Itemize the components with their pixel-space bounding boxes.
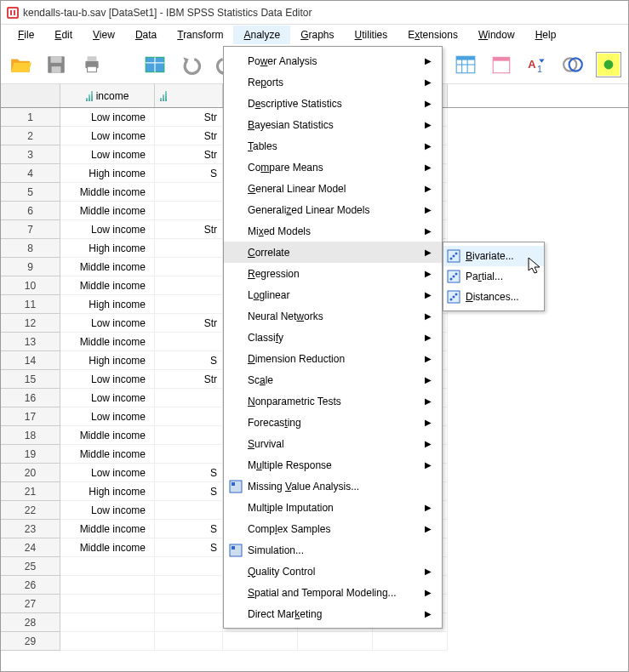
cell-income[interactable]: High income <box>60 239 155 258</box>
col-header-income[interactable]: income <box>60 84 155 107</box>
cell-col2[interactable] <box>155 258 223 276</box>
cell-col2[interactable] <box>155 557 223 576</box>
data-icon[interactable] <box>142 52 168 77</box>
menu-file[interactable]: File <box>8 26 44 44</box>
cell-income[interactable]: High income <box>60 295 155 314</box>
cell-income[interactable]: High income <box>60 351 155 370</box>
cell-income[interactable] <box>60 632 155 651</box>
save-icon[interactable] <box>43 52 69 77</box>
cell-col2[interactable]: Str <box>155 145 223 164</box>
analyze-menu-item[interactable]: Generalized Linear Models▶ <box>224 199 442 220</box>
grid-icon[interactable] <box>453 52 478 77</box>
row-number[interactable]: 27 <box>1 595 60 613</box>
row-number[interactable]: 19 <box>1 445 60 464</box>
cell-income[interactable]: Low income <box>60 501 155 520</box>
cell-income[interactable]: Middle income <box>60 426 155 445</box>
cell-empty[interactable] <box>223 632 298 651</box>
cell-col2[interactable] <box>155 632 223 651</box>
cell-income[interactable]: High income <box>60 164 155 183</box>
target-icon[interactable] <box>596 52 621 77</box>
cell-income[interactable]: Low income <box>60 464 155 482</box>
row-number[interactable]: 26 <box>1 576 60 595</box>
correlate-submenu-item[interactable]: Bivariate... <box>443 246 544 266</box>
cell-col2[interactable]: Str <box>155 314 223 333</box>
cell-col2[interactable] <box>155 333 223 351</box>
analyze-menu-item[interactable]: Missing Value Analysis... <box>224 476 442 497</box>
row-number[interactable]: 7 <box>1 220 60 239</box>
analyze-menu-item[interactable]: Quality Control▶ <box>224 561 442 582</box>
menu-utilities[interactable]: Utilities <box>345 26 398 44</box>
labels-icon[interactable]: A1 <box>524 52 550 77</box>
row-number[interactable]: 29 <box>1 632 60 651</box>
row-number[interactable]: 20 <box>1 464 60 482</box>
cell-col2[interactable] <box>155 239 223 258</box>
row-number[interactable]: 16 <box>1 389 60 407</box>
cell-income[interactable]: Low income <box>60 145 155 164</box>
cell-col2[interactable]: Str <box>155 127 223 145</box>
cell-empty[interactable] <box>298 632 373 651</box>
analyze-menu-item[interactable]: Multiple Imputation▶ <box>224 497 442 518</box>
cell-income[interactable]: Low income <box>60 314 155 333</box>
analyze-menu-item[interactable]: Regression▶ <box>224 263 442 284</box>
analyze-menu-item[interactable]: Reports▶ <box>224 71 442 93</box>
cell-income[interactable] <box>60 576 155 595</box>
correlate-submenu-item[interactable]: Partial... <box>443 266 544 287</box>
cell-col2[interactable] <box>155 389 223 407</box>
analyze-menu-item[interactable]: Mixed Models▶ <box>224 220 442 242</box>
cell-income[interactable]: Low income <box>60 220 155 239</box>
col-header-2[interactable] <box>155 84 223 107</box>
menu-transform[interactable]: Transform <box>167 26 233 44</box>
row-number[interactable]: 11 <box>1 295 60 314</box>
cell-col2[interactable]: S <box>155 464 223 482</box>
cell-col2[interactable] <box>155 501 223 520</box>
row-number[interactable]: 17 <box>1 407 60 426</box>
cell-col2[interactable] <box>155 595 223 613</box>
row-number[interactable]: 6 <box>1 202 60 220</box>
cell-income[interactable]: Middle income <box>60 276 155 295</box>
cell-income[interactable]: Low income <box>60 108 155 127</box>
menu-edit[interactable]: Edit <box>44 26 83 44</box>
analyze-menu-item[interactable]: Tables▶ <box>224 135 442 157</box>
row-number[interactable]: 24 <box>1 538 60 557</box>
analyze-menu-item[interactable]: Simulation... <box>224 539 442 561</box>
row-number[interactable]: 25 <box>1 557 60 576</box>
row-number[interactable]: 4 <box>1 164 60 183</box>
analyze-menu-item[interactable]: Bayesian Statistics▶ <box>224 114 442 135</box>
cell-col2[interactable] <box>155 576 223 595</box>
analyze-menu-item[interactable]: Neural Networks▶ <box>224 305 442 327</box>
row-number[interactable]: 15 <box>1 370 60 389</box>
analyze-menu-item[interactable]: Complex Samples▶ <box>224 518 442 539</box>
cell-col2[interactable]: S <box>155 538 223 557</box>
cell-col2[interactable] <box>155 202 223 220</box>
cell-income[interactable]: Middle income <box>60 445 155 464</box>
cell-income[interactable]: Middle income <box>60 183 155 202</box>
open-icon[interactable] <box>8 52 33 77</box>
row-number[interactable]: 22 <box>1 501 60 520</box>
cell-income[interactable]: Middle income <box>60 520 155 538</box>
analyze-menu-item[interactable]: Forecasting▶ <box>224 412 442 433</box>
row-number[interactable]: 18 <box>1 426 60 445</box>
cell-col2[interactable] <box>155 276 223 295</box>
cell-col2[interactable]: S <box>155 520 223 538</box>
analyze-menu-item[interactable]: Nonparametric Tests▶ <box>224 390 442 412</box>
analyze-menu-item[interactable]: Direct Marketing▶ <box>224 603 442 624</box>
cell-income[interactable]: Low income <box>60 389 155 407</box>
row-number[interactable]: 9 <box>1 258 60 276</box>
cell-col2[interactable] <box>155 295 223 314</box>
analyze-menu-item[interactable]: Spatial and Temporal Modeling...▶ <box>224 582 442 603</box>
cell-col2[interactable]: S <box>155 164 223 183</box>
row-number[interactable]: 14 <box>1 351 60 370</box>
menu-graphs[interactable]: Graphs <box>290 26 344 44</box>
cell-income[interactable]: Low income <box>60 370 155 389</box>
menu-extensions[interactable]: Extensions <box>397 26 468 44</box>
cell-col2[interactable] <box>155 407 223 426</box>
row-number[interactable]: 8 <box>1 239 60 258</box>
row-number[interactable]: 28 <box>1 613 60 632</box>
print-icon[interactable] <box>79 52 105 77</box>
analyze-menu-item[interactable]: Loglinear▶ <box>224 284 442 305</box>
cell-income[interactable] <box>60 557 155 576</box>
row-number[interactable]: 2 <box>1 127 60 145</box>
undo-icon[interactable] <box>178 52 203 77</box>
row-number[interactable]: 23 <box>1 520 60 538</box>
row-number[interactable]: 1 <box>1 108 60 127</box>
